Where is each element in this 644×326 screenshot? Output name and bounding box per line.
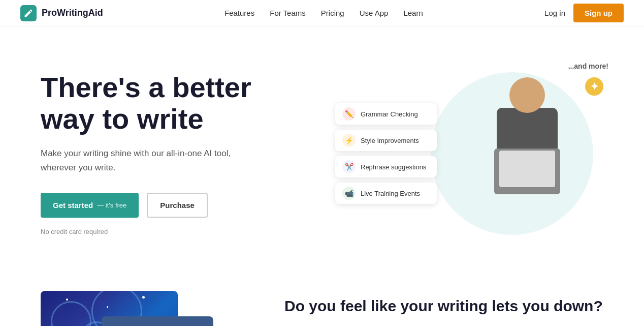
and-more-label: ...and more! (568, 62, 608, 70)
no-credit-text: No credit card required (41, 228, 325, 235)
section2-text: We know what it's like to feel the FEAR … (284, 324, 603, 326)
laptop-screen (499, 151, 555, 187)
star1 (66, 299, 68, 301)
feature-card-grammar: ✏️ Grammar Checking (335, 103, 437, 125)
feature-card-style-text: Style Improvements (361, 137, 419, 144)
logo-area: ProWritingAid (20, 5, 103, 21)
style-icon: ⚡ (342, 134, 356, 147)
add-icon: ✦ (585, 77, 603, 96)
logo-svg (23, 8, 34, 18)
logo-icon (20, 5, 37, 21)
get-started-button[interactable]: Get started — it's free (41, 193, 139, 218)
navbar: ProWritingAid Features For Teams Pricing… (0, 0, 644, 26)
person-figure (476, 77, 578, 230)
section2: My idea in my head Do you feel like your… (0, 271, 644, 326)
feature-card-rephrase-text: Rephrase suggestions (361, 163, 426, 171)
person-head (509, 77, 545, 113)
feature-cards: ✏️ Grammar Checking ⚡ Style Improvements… (335, 103, 437, 204)
nav-pricing[interactable]: Pricing (321, 9, 344, 17)
feature-card-grammar-text: Grammar Checking (361, 110, 418, 118)
feature-card-training: 📹 Live Training Events (335, 183, 437, 204)
hero-section: There's a better way to write Make your … (0, 26, 644, 271)
starry-night-container: My idea in my head (41, 291, 213, 326)
hero-title: There's a better way to write (41, 72, 325, 134)
star3 (142, 296, 145, 299)
feature-card-rephrase: ✂️ Rephrase suggestions (335, 156, 437, 177)
hero-left: There's a better way to write Make your … (41, 72, 325, 235)
star2 (107, 306, 108, 308)
person-body (497, 108, 558, 189)
rephrase-icon: ✂️ (342, 160, 356, 173)
nav-use-app[interactable]: Use App (360, 9, 389, 17)
feature-card-style: ⚡ Style Improvements (335, 130, 437, 151)
nav-learn[interactable]: Learn (403, 9, 423, 17)
hero-subtitle: Make your writing shine with our all-in-… (41, 146, 264, 174)
hero-right: ✏️ Grammar Checking ⚡ Style Improvements… (325, 57, 624, 250)
section2-title: Do you feel like your writing lets you d… (284, 296, 603, 316)
hero-illustration (461, 72, 593, 235)
hero-buttons: Get started — it's free Purchase (41, 193, 325, 218)
feature-card-training-text: Live Training Events (361, 190, 420, 197)
nav-for-teams[interactable]: For Teams (270, 9, 306, 17)
nav-links: Features For Teams Pricing Use App Learn (224, 9, 423, 17)
section2-right: Do you feel like your writing lets you d… (284, 291, 603, 326)
training-icon: 📹 (342, 187, 356, 200)
section2-left: My idea in my head (41, 291, 254, 326)
purchase-button[interactable]: Purchase (147, 193, 208, 218)
signup-button[interactable]: Sign up (573, 4, 624, 22)
nav-features[interactable]: Features (224, 9, 254, 17)
login-button[interactable]: Log in (544, 9, 565, 17)
logo-text: ProWritingAid (42, 8, 103, 18)
swirl1 (51, 301, 91, 326)
person-laptop (494, 149, 560, 194)
navbar-right: Log in Sign up (544, 4, 624, 22)
overlay-card (102, 316, 213, 326)
grammar-icon: ✏️ (342, 107, 356, 121)
